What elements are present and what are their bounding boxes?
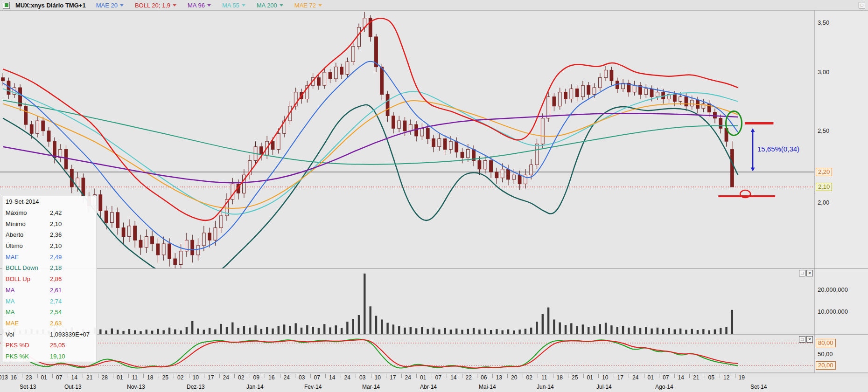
tick-separator bbox=[553, 374, 553, 378]
app-icon[interactable] bbox=[3, 2, 10, 9]
close-button[interactable]: ✕ bbox=[806, 336, 813, 343]
legend-item-ma-96[interactable]: MA 96 bbox=[188, 2, 211, 9]
tick-separator bbox=[507, 374, 508, 378]
tooltip-label: PKS %K bbox=[6, 353, 50, 360]
date-tick-7: 28 bbox=[102, 374, 108, 381]
date-tick-4: 07 bbox=[56, 374, 62, 381]
date-tick-11: 25 bbox=[162, 374, 168, 381]
tick-separator bbox=[310, 374, 311, 378]
stoch-k-line[interactable] bbox=[3, 339, 738, 368]
month-Jun-14: Jun-14 bbox=[537, 384, 554, 390]
date-tick-13: 10 bbox=[193, 374, 199, 381]
date-tick-1: 16 bbox=[11, 374, 17, 381]
tooltip-value: 2,49 bbox=[50, 254, 93, 261]
tick-separator bbox=[280, 374, 280, 378]
date-tick-5: 14 bbox=[71, 374, 77, 381]
stoch-label-50: 50,00 bbox=[818, 351, 833, 358]
app-icon-glyph bbox=[5, 3, 8, 7]
tooltip-row-ma: MA2,61 bbox=[2, 285, 97, 296]
legend-label: MA 96 bbox=[188, 2, 205, 9]
date-tick-30: 14 bbox=[450, 374, 456, 381]
tooltip-label: MAE bbox=[6, 320, 50, 327]
date-tick-25: 10 bbox=[375, 374, 381, 381]
overlay-ma-96[interactable] bbox=[3, 113, 738, 183]
date-tick-37: 18 bbox=[557, 374, 563, 381]
date-tick-49: 19 bbox=[739, 374, 745, 381]
chart-canvas[interactable]: 15,65%(0,34) bbox=[0, 0, 868, 392]
tick-separator bbox=[538, 374, 538, 378]
price-label-2,00: 2,00 bbox=[818, 199, 829, 206]
tick-separator bbox=[492, 374, 493, 378]
maximize-button[interactable]: □ bbox=[799, 336, 805, 343]
tooltip-label: MA bbox=[6, 287, 50, 294]
date-tick-3: 01 bbox=[41, 374, 47, 381]
highlight-ellipse[interactable] bbox=[726, 111, 742, 135]
tick-separator bbox=[250, 374, 250, 378]
tick-separator bbox=[68, 374, 68, 378]
tooltip-row-pks-d: PKS %D25,05 bbox=[2, 340, 97, 351]
tooltip-label: Vol bbox=[6, 331, 50, 338]
date-tick-31: 22 bbox=[466, 374, 472, 381]
date-tick-43: 01 bbox=[648, 374, 654, 381]
tooltip-date: 19-Set-2014 bbox=[2, 196, 97, 207]
tooltip-label: BOLL Up bbox=[6, 275, 50, 282]
tick-separator bbox=[614, 374, 614, 378]
legend-item-mae-72[interactable]: MAE 72 bbox=[294, 2, 322, 9]
tooltip-label: MAE bbox=[6, 254, 50, 261]
tick-separator bbox=[674, 374, 675, 378]
date-tick-18: 16 bbox=[268, 374, 274, 381]
stoch-flag-20: 20,00 bbox=[816, 361, 836, 370]
tick-separator bbox=[204, 374, 204, 378]
date-tick-20: 03 bbox=[299, 374, 305, 381]
tooltip-row-mae: MAE2,49 bbox=[2, 251, 97, 262]
overlay-ma-200[interactable] bbox=[3, 100, 738, 165]
tick-separator bbox=[477, 374, 477, 378]
legend-label: BOLL 20; 1,9 bbox=[135, 2, 170, 9]
date-tick-12: 02 bbox=[177, 374, 183, 381]
maximize-button[interactable]: □ bbox=[799, 270, 805, 276]
tick-separator bbox=[128, 374, 129, 378]
legend-item-ma-55[interactable]: MA 55 bbox=[222, 2, 245, 9]
date-tick-26: 17 bbox=[390, 374, 396, 381]
tick-separator bbox=[371, 374, 371, 378]
date-tick-24: 03 bbox=[359, 374, 365, 381]
tooltip-row-ma: MA2,74 bbox=[2, 296, 97, 307]
tooltip-row-pks-k: PKS %K19,10 bbox=[2, 351, 97, 362]
tick-separator bbox=[629, 374, 629, 378]
date-tick-15: 24 bbox=[223, 374, 229, 381]
tooltip-value: 2,61 bbox=[50, 287, 93, 294]
tooltip-label: MA bbox=[6, 309, 50, 316]
tick-separator bbox=[356, 374, 356, 378]
date-tick-40: 10 bbox=[602, 374, 608, 381]
price-label-3,50: 3,50 bbox=[818, 19, 829, 26]
percent-annotation: 15,65%(0,34) bbox=[757, 145, 799, 153]
tooltip-row-boll-down: BOLL Down2,18 bbox=[2, 262, 97, 274]
date-tick-38: 25 bbox=[572, 374, 578, 381]
overlay-boll-down[interactable] bbox=[3, 105, 738, 277]
date-tick-34: 20 bbox=[511, 374, 517, 381]
tooltip-value: 19,10 bbox=[50, 353, 93, 360]
volume-label-10: 10.000.000 bbox=[818, 308, 848, 315]
tick-separator bbox=[705, 374, 705, 378]
tick-separator bbox=[689, 374, 690, 378]
date-tick-0: 2013 bbox=[0, 374, 8, 381]
overlay-mae-72[interactable] bbox=[3, 101, 738, 208]
maximize-button[interactable]: □ bbox=[859, 2, 865, 8]
tick-separator bbox=[98, 374, 98, 378]
date-tick-16: 02 bbox=[238, 374, 244, 381]
tooltip-value: 2,36 bbox=[50, 231, 93, 238]
date-tick-44: 07 bbox=[663, 374, 669, 381]
chevron-down-icon bbox=[207, 4, 211, 7]
volume-label-20: 20.000.000 bbox=[818, 286, 848, 293]
tooltip-label: Último bbox=[6, 242, 50, 249]
date-tick-14: 17 bbox=[208, 374, 214, 381]
close-button[interactable]: ✕ bbox=[806, 270, 813, 276]
stoch-d-line[interactable] bbox=[3, 340, 738, 368]
legend-item-boll-20-1-9[interactable]: BOLL 20; 1,9 bbox=[135, 2, 176, 9]
tick-separator bbox=[568, 374, 568, 378]
tooltip-label: Mínimo bbox=[6, 220, 50, 227]
tick-separator bbox=[598, 374, 599, 378]
legend-item-mae-20[interactable]: MAE 20 bbox=[96, 2, 124, 9]
month-Set-14: Set-14 bbox=[750, 384, 767, 390]
legend-item-ma-200[interactable]: MA 200 bbox=[257, 2, 283, 9]
